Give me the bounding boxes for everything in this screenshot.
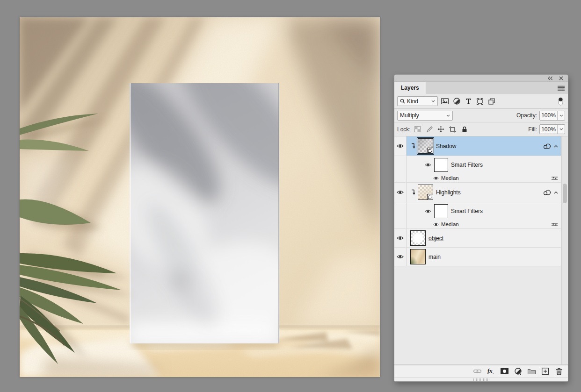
type-layer-filter-icon[interactable] <box>464 97 473 106</box>
blend-mode-value: Multiply <box>400 112 444 119</box>
eye-icon[interactable] <box>433 176 439 180</box>
opacity-value[interactable]: 100% <box>540 111 557 120</box>
layers-scrollbar-thumb[interactable] <box>563 184 567 203</box>
eye-icon <box>397 190 404 195</box>
lock-position-icon[interactable] <box>436 125 446 134</box>
search-icon <box>400 99 405 104</box>
panel-resize-strip <box>394 377 568 381</box>
opacity-label: Opacity: <box>516 112 537 119</box>
smart-filters-row[interactable]: Smart Filters <box>394 156 561 174</box>
eye-icon <box>397 143 404 149</box>
fill-label: Fill: <box>528 126 537 133</box>
smart-filters-icon[interactable] <box>543 143 551 149</box>
smart-filters-label: Smart Filters <box>451 208 483 214</box>
clipping-mask-icon <box>410 143 415 149</box>
layer-name[interactable]: Shadow <box>436 143 456 150</box>
lock-image-pixels-icon[interactable] <box>425 125 434 134</box>
visibility-cell <box>394 156 407 174</box>
layer-name[interactable]: object <box>428 235 443 242</box>
filter-kind-select[interactable]: Kind <box>397 96 438 106</box>
opacity-dropdown-icon[interactable] <box>557 111 565 120</box>
layer-thumbnail[interactable] <box>418 138 433 154</box>
lock-artboard-icon[interactable] <box>448 125 458 134</box>
filter-kind-label: Kind <box>407 98 429 105</box>
filter-mask-thumbnail[interactable] <box>434 158 448 172</box>
filter-row-median[interactable]: Median <box>394 174 561 183</box>
smart-filters-icon[interactable] <box>543 190 551 195</box>
tab-layers-label: Layers <box>401 85 419 91</box>
smart-filters-label: Smart Filters <box>451 162 483 168</box>
panel-resize-grip[interactable] <box>473 378 489 381</box>
eye-icon <box>397 254 404 259</box>
tab-layers[interactable]: Layers <box>394 82 426 94</box>
smart-object-filter-icon[interactable] <box>487 97 496 106</box>
visibility-cell <box>394 174 407 182</box>
layer-row-object[interactable]: object <box>394 229 561 248</box>
fill-control: 100% <box>539 124 565 134</box>
layer-thumbnail[interactable] <box>410 249 426 264</box>
visibility-cell[interactable] <box>394 248 407 266</box>
svg-text:fx: fx <box>487 367 493 374</box>
layer-thumbnail[interactable] <box>410 230 426 246</box>
blend-mode-select[interactable]: Multiply <box>397 111 453 121</box>
filter-name: Median <box>441 175 459 181</box>
link-layers-icon[interactable] <box>473 367 482 376</box>
layer-filtering-toggle[interactable] <box>556 97 565 106</box>
filter-mask-thumbnail[interactable] <box>434 204 448 218</box>
filter-row-median[interactable]: Median <box>394 220 561 229</box>
visibility-cell[interactable] <box>394 183 407 202</box>
collapse-smart-filters-icon[interactable] <box>554 145 558 148</box>
close-panel-icon[interactable] <box>558 76 564 81</box>
eye-icon[interactable] <box>425 163 431 167</box>
eye-icon[interactable] <box>425 209 431 214</box>
smart-object-badge-icon <box>427 194 433 200</box>
new-group-icon[interactable] <box>527 367 536 376</box>
layer-thumbnail[interactable] <box>418 185 433 200</box>
fill-dropdown-icon[interactable] <box>557 125 565 134</box>
clipping-mask-icon <box>410 189 415 195</box>
lock-transparent-pixels-icon[interactable] <box>413 125 422 134</box>
layer-row-highlights[interactable]: Highlights <box>394 183 561 202</box>
chevron-down-icon <box>446 114 450 117</box>
blend-row: Multiply Opacity: 100% <box>394 109 568 122</box>
new-layer-icon[interactable] <box>541 367 550 376</box>
layer-styles-fx-icon[interactable]: fx <box>487 367 495 376</box>
smart-filters-row[interactable]: Smart Filters <box>394 202 561 220</box>
layers-panel: Layers Kind Mult <box>394 75 568 381</box>
opacity-control: 100% <box>539 111 565 121</box>
visibility-cell <box>394 202 407 220</box>
mockup-photo <box>20 17 380 377</box>
layer-name[interactable]: main <box>428 254 441 260</box>
layer-name[interactable]: Highlights <box>436 189 461 196</box>
pixel-layer-filter-icon[interactable] <box>440 97 450 106</box>
eye-icon[interactable] <box>433 222 439 227</box>
panel-titlebar <box>394 75 568 82</box>
collapse-panel-icon[interactable] <box>547 76 553 81</box>
layer-row-main[interactable]: main <box>394 248 561 266</box>
visibility-cell[interactable] <box>394 229 407 247</box>
lock-all-icon[interactable] <box>460 125 469 134</box>
eye-icon <box>397 235 404 241</box>
layers-scrollbar-track[interactable] <box>561 136 567 364</box>
adjustment-layer-filter-icon[interactable] <box>452 97 461 106</box>
filter-blend-options-icon[interactable] <box>551 222 558 227</box>
delete-layer-icon[interactable] <box>554 367 563 376</box>
layer-filter-row: Kind <box>394 94 568 109</box>
panel-menu-icon[interactable] <box>557 84 565 92</box>
fill-value[interactable]: 100% <box>540 125 557 134</box>
layer-row-shadow[interactable]: Shadow <box>394 136 561 156</box>
collapse-smart-filters-icon[interactable] <box>554 191 558 194</box>
visibility-cell[interactable] <box>394 136 407 156</box>
lock-label: Lock: <box>397 126 411 133</box>
filter-name: Median <box>441 221 459 227</box>
new-adjustment-layer-icon[interactable] <box>514 367 523 376</box>
document-canvas[interactable] <box>20 17 380 377</box>
lock-row: Lock: Fill: 100% <box>394 122 568 136</box>
filter-blend-options-icon[interactable] <box>551 176 558 181</box>
add-layer-mask-icon[interactable] <box>500 367 509 376</box>
shape-layer-filter-icon[interactable] <box>475 97 485 106</box>
visibility-cell <box>394 220 407 228</box>
smart-object-badge-icon <box>427 148 433 154</box>
chevron-down-icon <box>431 100 435 102</box>
panel-tabbar: Layers <box>394 82 568 94</box>
